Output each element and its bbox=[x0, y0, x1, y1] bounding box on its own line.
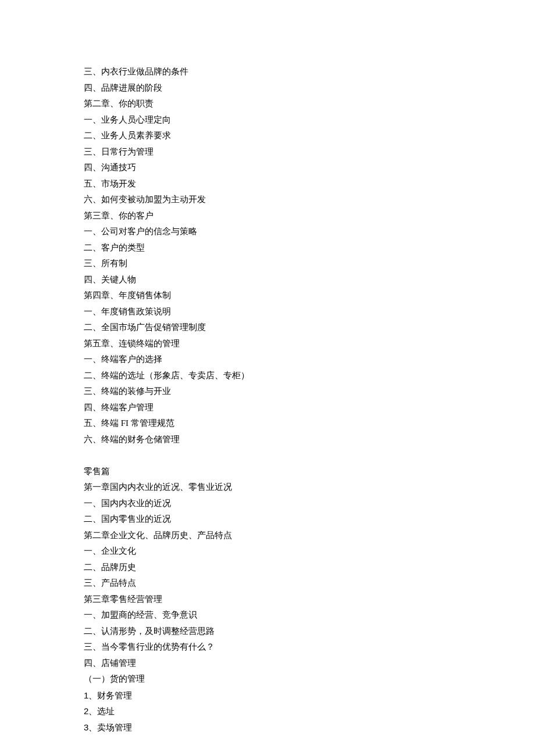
toc-line: 二、品牌历史 bbox=[84, 560, 535, 576]
toc-line bbox=[84, 447, 535, 464]
toc-line: 一、国内内衣业的近况 bbox=[84, 496, 535, 512]
toc-line: 3、卖场管理 bbox=[84, 719, 535, 736]
toc-line: 一、终端客户的选择 bbox=[84, 352, 535, 368]
toc-line: 二、业务人员素养要求 bbox=[84, 128, 535, 144]
toc-line: 一、年度销售政策说明 bbox=[84, 304, 535, 320]
toc-line: 四、终端客户管理 bbox=[84, 400, 535, 416]
toc-line: 一、加盟商的经营、竞争意识 bbox=[84, 607, 535, 624]
toc-line: 三、终端的装修与开业 bbox=[84, 384, 535, 400]
toc-line: 三、当今零售行业的优势有什么？ bbox=[84, 639, 535, 655]
toc-line: 二、全国市场广告促销管理制度 bbox=[84, 320, 535, 336]
toc-line: 三、所有制 bbox=[84, 256, 535, 272]
toc-line: 第三章、你的客户 bbox=[84, 208, 535, 224]
toc-line: 四、关键人物 bbox=[84, 272, 535, 288]
toc-line: 六、终端的财务仓储管理 bbox=[84, 432, 535, 448]
toc-line: 第二章、你的职责 bbox=[84, 96, 535, 112]
toc-line: 三、产品特点 bbox=[84, 575, 535, 592]
toc-line: 零售篇 bbox=[84, 464, 535, 480]
toc-line: 五、市场开发 bbox=[84, 176, 535, 192]
toc-line: 1、财务管理 bbox=[84, 687, 535, 704]
toc-line: （一）货的管理 bbox=[84, 671, 535, 687]
toc-line: 三、日常行为管理 bbox=[84, 144, 535, 160]
toc-line: 第四章、年度销售体制 bbox=[84, 288, 535, 304]
toc-line: 一、公司对客户的信念与策略 bbox=[84, 224, 535, 240]
document-content: 三、内衣行业做品牌的条件四、品牌进展的阶段第二章、你的职责一、业务人员心理定向二… bbox=[84, 64, 535, 735]
toc-line: 一、业务人员心理定向 bbox=[84, 112, 535, 128]
toc-line: 二、终端的选址（形象店、专卖店、专柜） bbox=[84, 368, 535, 384]
toc-line: 二、认清形势，及时调整经营思路 bbox=[84, 624, 535, 640]
toc-line: 四、品牌进展的阶段 bbox=[84, 80, 535, 96]
toc-line: 二、国内零售业的近况 bbox=[84, 511, 535, 528]
toc-line: 一、企业文化 bbox=[84, 543, 535, 560]
toc-line: 第二章企业文化、品牌历史、产品特点 bbox=[84, 528, 535, 544]
toc-line: 第三章零售经营管理 bbox=[84, 592, 535, 608]
toc-line: 2、选址 bbox=[84, 703, 535, 719]
toc-line: 二、客户的类型 bbox=[84, 240, 535, 256]
toc-line: 四、店铺管理 bbox=[84, 655, 535, 672]
toc-line: 三、内衣行业做品牌的条件 bbox=[84, 64, 535, 80]
toc-line: 第五章、连锁终端的管理 bbox=[84, 336, 535, 352]
toc-line: 五、终端 FI 常管理规范 bbox=[84, 415, 535, 432]
toc-line: 第一章国内内衣业的近况、零售业近况 bbox=[84, 479, 535, 496]
toc-line: 四、沟通技巧 bbox=[84, 160, 535, 176]
toc-line: 六、如何变被动加盟为主动开发 bbox=[84, 192, 535, 208]
